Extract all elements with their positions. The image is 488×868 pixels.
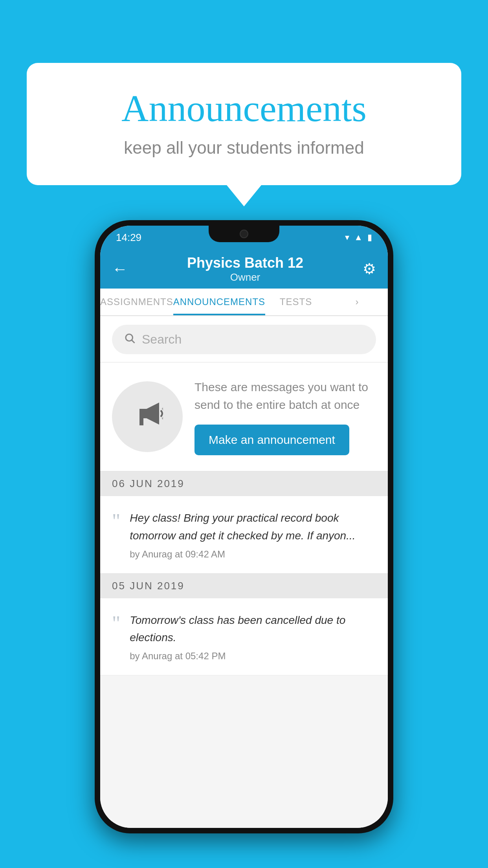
speech-bubble-title: Announcements xyxy=(58,86,430,130)
quote-icon-1: " xyxy=(112,511,120,531)
announcement-meta-2: by Anurag at 05:42 PM xyxy=(130,651,376,662)
svg-marker-2 xyxy=(139,409,147,418)
signal-icon: ▲ xyxy=(354,232,363,243)
promo-section: These are messages you want to send to t… xyxy=(100,362,388,471)
announcement-meta-1: by Anurag at 09:42 AM xyxy=(130,549,376,560)
promo-right: These are messages you want to send to t… xyxy=(194,378,376,455)
tab-assignments[interactable]: ASSIGNMENTS xyxy=(100,289,173,315)
speech-bubble-arrow xyxy=(227,185,261,206)
tabs-bar: ASSIGNMENTS ANNOUNCEMENTS TESTS › xyxy=(100,289,388,316)
quote-icon-2: " xyxy=(112,613,120,634)
announcement-text-1: Hey class! Bring your practical record b… xyxy=(130,509,376,545)
announcement-item-2[interactable]: " Tomorrow's class has been cancelled du… xyxy=(100,598,388,676)
tab-tests[interactable]: TESTS xyxy=(265,289,327,315)
svg-rect-4 xyxy=(139,418,143,425)
search-bar[interactable]: Search xyxy=(112,325,376,354)
search-container: Search xyxy=(100,317,388,362)
svg-point-0 xyxy=(126,334,133,341)
svg-line-1 xyxy=(132,340,135,343)
status-time: 14:29 xyxy=(116,232,141,244)
settings-gear-icon[interactable]: ⚙ xyxy=(363,260,376,278)
promo-description: These are messages you want to send to t… xyxy=(194,378,376,414)
tab-more[interactable]: › xyxy=(327,289,388,315)
make-announcement-button[interactable]: Make an announcement xyxy=(194,425,349,455)
back-button[interactable]: ← xyxy=(112,260,128,278)
wifi-icon: ▾ xyxy=(345,232,349,243)
battery-icon: ▮ xyxy=(367,232,372,243)
megaphone-icon xyxy=(132,398,163,436)
phone-outer: 14:29 ▾ ▲ ▮ ← Physics Batch 12 Owner ⚙ xyxy=(95,220,393,833)
date-separator-2: 05 JUN 2019 xyxy=(100,574,388,598)
announcement-text-2: Tomorrow's class has been cancelled due … xyxy=(130,612,376,647)
speech-bubble-card: Announcements keep all your students inf… xyxy=(27,63,461,185)
promo-icon-circle xyxy=(112,381,183,452)
content-area: Search xyxy=(100,317,388,828)
announcement-content-1: Hey class! Bring your practical record b… xyxy=(130,509,376,560)
search-icon xyxy=(124,332,136,347)
front-camera xyxy=(240,230,248,238)
phone-notch xyxy=(209,226,279,242)
phone-screen: 14:29 ▾ ▲ ▮ ← Physics Batch 12 Owner ⚙ xyxy=(100,226,388,828)
svg-marker-3 xyxy=(147,403,159,425)
app-bar: ← Physics Batch 12 Owner ⚙ xyxy=(100,249,388,289)
app-bar-subtitle: Owner xyxy=(187,271,303,283)
app-bar-title: Physics Batch 12 xyxy=(187,255,303,271)
search-input[interactable]: Search xyxy=(142,332,182,347)
tab-announcements[interactable]: ANNOUNCEMENTS xyxy=(173,289,265,315)
status-icons: ▾ ▲ ▮ xyxy=(345,232,372,243)
announcement-content-2: Tomorrow's class has been cancelled due … xyxy=(130,612,376,662)
phone-device: 14:29 ▾ ▲ ▮ ← Physics Batch 12 Owner ⚙ xyxy=(95,220,393,833)
app-bar-title-group: Physics Batch 12 Owner xyxy=(187,255,303,283)
speech-bubble-subtitle: keep all your students informed xyxy=(58,138,430,158)
speech-bubble-section: Announcements keep all your students inf… xyxy=(27,63,461,206)
date-separator-1: 06 JUN 2019 xyxy=(100,471,388,496)
announcement-item-1[interactable]: " Hey class! Bring your practical record… xyxy=(100,496,388,574)
